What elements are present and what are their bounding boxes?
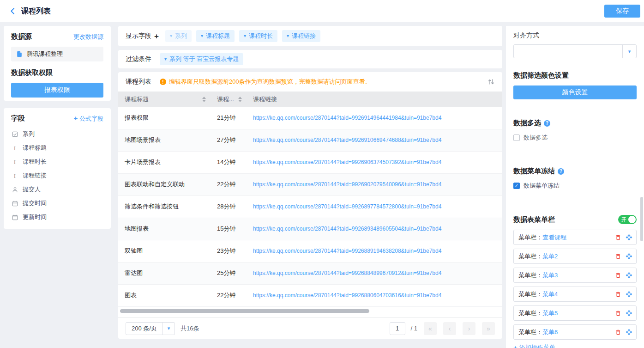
course-link[interactable]: https://ke.qq.com/course/2870144?taid=99… <box>253 226 441 232</box>
move-icon[interactable] <box>626 253 632 260</box>
toggle-knob <box>628 216 636 223</box>
chevron-down-icon: ▾ <box>164 57 167 61</box>
delete-icon[interactable] <box>615 272 621 279</box>
add-display-field-button[interactable]: + <box>154 32 159 40</box>
column-header-course-duration[interactable]: 课程... <box>211 92 247 107</box>
chevron-down-icon: ▾ <box>244 34 246 38</box>
alignment-select[interactable]: ▾ <box>513 44 637 58</box>
field-item-submit-time[interactable]: 提交时间 <box>11 196 103 210</box>
add-formula-field-link[interactable]: + 公式字段 <box>74 114 103 123</box>
help-icon[interactable]: ? <box>544 120 550 127</box>
previous-page-button[interactable]: ‹ <box>443 322 456 335</box>
freeze-checkbox-row[interactable]: ✓ 数据菜单冻结 <box>513 182 637 190</box>
course-link[interactable]: https://ke.qq.com/course/2870144?taid=99… <box>253 115 441 121</box>
delete-icon[interactable] <box>615 329 621 336</box>
filter-label: 过滤条件 <box>126 55 151 63</box>
save-button[interactable]: 保存 <box>604 5 640 18</box>
menu-name-link[interactable]: 查看课程 <box>542 234 566 241</box>
page-number-input[interactable] <box>390 322 405 335</box>
delete-icon[interactable] <box>615 310 621 317</box>
multiselect-checkbox-row[interactable]: 数据多选 <box>513 134 637 142</box>
field-list: 系列 I 课程标题 I 课程时长 I 课程链接 <box>11 127 103 224</box>
chevron-down-icon: ▾ <box>163 323 175 335</box>
menubar-toggle[interactable]: 开 <box>618 215 637 224</box>
vertical-scrollbar[interactable] <box>640 197 643 241</box>
course-table: 课程标题 课程... 课程链接 <box>118 92 502 307</box>
table-body: 报表权限 21分钟 https://ke.qq.com/course/28701… <box>118 107 502 306</box>
column-header-course-link: 课程链接 <box>247 92 502 107</box>
text-field-icon: I <box>11 145 18 151</box>
cell-course-duration: 22分钟 <box>211 173 247 195</box>
display-field-chip-series[interactable]: ▾ 系列 <box>165 30 192 42</box>
field-item-course-link[interactable]: I 课程链接 <box>11 169 103 183</box>
move-icon[interactable] <box>626 310 632 317</box>
checkbox-unchecked-icon[interactable] <box>513 134 520 141</box>
field-item-submitter[interactable]: 提交人 <box>11 183 103 196</box>
table-row: 图表 22分钟 https://ke.qq.com/course/2870144… <box>118 284 502 306</box>
menu-name-link[interactable]: 菜单5 <box>542 310 558 317</box>
display-field-chip-course-link[interactable]: ▾ 课程链接 <box>282 30 320 42</box>
checkbox-icon <box>11 131 18 137</box>
filter-condition-chip[interactable]: ▾ 系列 等于 百宝云报表专题 <box>160 53 243 65</box>
field-item-series[interactable]: 系列 <box>11 127 103 141</box>
menu-name-link[interactable]: 菜单6 <box>542 329 558 336</box>
move-icon[interactable] <box>626 291 632 298</box>
course-link[interactable]: https://ke.qq.com/course/2870144?taid=99… <box>253 292 441 299</box>
add-menu-link[interactable]: + 添加操作菜单 <box>513 343 637 348</box>
change-datasource-link[interactable]: 更改数据源 <box>73 33 103 41</box>
menu-name-link[interactable]: 菜单2 <box>542 253 558 260</box>
first-page-button[interactable]: « <box>424 322 437 335</box>
content: 数据源 更改数据源 腾讯课程整理 数据获取权限 报表权限 字段 + 公式字段 <box>0 22 644 348</box>
menu-bar-item: 菜单栏：菜单2 <box>513 249 637 264</box>
course-link[interactable]: https://ke.qq.com/course/2870144?taid=99… <box>253 270 441 276</box>
course-link[interactable]: https://ke.qq.com/course/2870144?taid=99… <box>253 137 441 143</box>
chevron-down-icon: ▾ <box>201 34 203 38</box>
delete-icon[interactable] <box>615 253 621 260</box>
delete-icon[interactable] <box>615 234 621 241</box>
field-item-update-time[interactable]: 更新时间 <box>11 210 103 224</box>
cell-course-title: 地图场景报表 <box>118 129 211 151</box>
page-size-select[interactable]: 200 条/页 ▾ <box>126 322 175 335</box>
table-row: 地图场景报表 27分钟 https://ke.qq.com/course/287… <box>118 129 502 151</box>
course-link[interactable]: https://ke.qq.com/course/2870144?taid=99… <box>253 203 441 210</box>
display-field-chip-course-duration[interactable]: ▾ 课程时长 <box>239 30 277 42</box>
course-link[interactable]: https://ke.qq.com/course/2870144?taid=99… <box>253 159 441 165</box>
topbar: 课程列表 保存 <box>0 0 644 22</box>
checkbox-checked-icon[interactable]: ✓ <box>513 183 520 189</box>
help-icon[interactable]: ? <box>558 168 564 175</box>
datasource-item[interactable]: 腾讯课程整理 <box>11 47 103 61</box>
last-page-button[interactable]: » <box>482 322 495 335</box>
page-total: / 1 <box>411 325 417 332</box>
settings-panel: 对齐方式 ▾ 数据筛选颜色设置 颜色设置 数据多选 ? 数据多选 数据菜单冻结 … <box>506 26 644 348</box>
course-table-panel: 课程列表 ! 编辑界面只取数据源前200条作为查询数据预览，完整数据请访问页面查… <box>118 72 502 339</box>
preview-notice: ! 编辑界面只取数据源前200条作为查询数据预览，完整数据请访问页面查看。 <box>160 78 371 86</box>
sort-order-icon[interactable] <box>488 78 495 85</box>
table-header-bar: 课程列表 ! 编辑界面只取数据源前200条作为查询数据预览，完整数据请访问页面查… <box>118 72 502 92</box>
display-field-chip-course-title[interactable]: ▾ 课程标题 <box>196 30 235 42</box>
field-item-course-duration[interactable]: I 课程时长 <box>11 155 103 169</box>
menu-name-link[interactable]: 菜单4 <box>542 291 558 298</box>
color-settings-button[interactable]: 颜色设置 <box>513 85 637 99</box>
column-header-course-title[interactable]: 课程标题 <box>118 92 211 107</box>
cell-course-title: 报表权限 <box>118 107 211 129</box>
text-field-icon: I <box>11 173 18 179</box>
color-settings-title: 数据筛选颜色设置 <box>513 71 569 80</box>
next-page-button[interactable]: › <box>463 322 475 335</box>
cell-course-title: 双轴图 <box>118 240 211 262</box>
sort-icon[interactable] <box>238 97 242 102</box>
horizontal-scrollbar[interactable] <box>120 309 369 313</box>
sort-icon[interactable] <box>202 97 206 102</box>
menu-name-link[interactable]: 菜单3 <box>542 272 558 279</box>
course-link[interactable]: https://ke.qq.com/course/2870144?taid=99… <box>253 248 441 254</box>
move-icon[interactable] <box>626 329 632 336</box>
multiselect-title: 数据多选 <box>513 119 541 128</box>
move-icon[interactable] <box>626 234 632 241</box>
menu-bar-item: 菜单栏：菜单5 <box>513 305 637 321</box>
report-permission-button[interactable]: 报表权限 <box>11 83 103 98</box>
back-button[interactable] <box>6 5 19 18</box>
move-icon[interactable] <box>626 272 632 279</box>
field-item-course-title[interactable]: I 课程标题 <box>11 141 103 155</box>
delete-icon[interactable] <box>615 291 621 298</box>
table-row: 双轴图 23分钟 https://ke.qq.com/course/287014… <box>118 240 502 262</box>
course-link[interactable]: https://ke.qq.com/course/2870144?taid=99… <box>253 181 441 188</box>
